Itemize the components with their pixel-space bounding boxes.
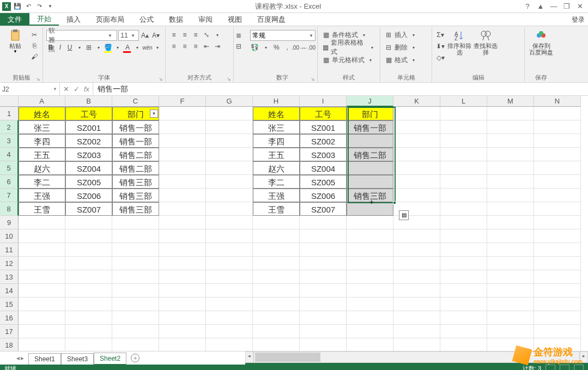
col-header-F[interactable]: F bbox=[159, 96, 206, 107]
cell-B15[interactable] bbox=[65, 298, 112, 311]
cell-G6[interactable] bbox=[206, 175, 253, 189]
cell-K18[interactable] bbox=[393, 338, 440, 351]
filter-dropdown-icon[interactable]: ▼ bbox=[150, 110, 158, 118]
increase-decimal-icon[interactable]: .00→ bbox=[293, 43, 303, 52]
cell-J18[interactable] bbox=[347, 338, 393, 351]
cell-N11[interactable] bbox=[534, 243, 581, 257]
cell-I18[interactable] bbox=[300, 338, 347, 351]
cell-M11[interactable] bbox=[487, 243, 534, 257]
cell-N9[interactable] bbox=[534, 216, 581, 229]
cell-J9[interactable] bbox=[347, 216, 393, 229]
worksheet[interactable]: ABCFGHIJKLMN1姓名工号部门▼姓名工号部门2张三SZ001销售一部张三… bbox=[0, 96, 588, 351]
cell-J3[interactable] bbox=[347, 134, 393, 148]
redo-icon[interactable]: ↷ bbox=[35, 2, 44, 11]
cell-K4[interactable] bbox=[393, 148, 440, 161]
cell-G14[interactable] bbox=[206, 284, 253, 298]
cell-B17[interactable] bbox=[65, 325, 112, 338]
cell-C15[interactable] bbox=[112, 298, 159, 311]
scroll-left-icon[interactable]: ◂ bbox=[245, 351, 253, 363]
cell-B10[interactable] bbox=[65, 229, 112, 243]
col-header-N[interactable]: N bbox=[534, 96, 581, 107]
cell-K16[interactable] bbox=[393, 311, 440, 325]
number-format-select[interactable]: 常规▼ bbox=[250, 30, 316, 41]
cell-F5[interactable] bbox=[159, 161, 206, 175]
cell-G16[interactable] bbox=[206, 311, 253, 325]
cut-icon[interactable]: ✂ bbox=[29, 30, 39, 40]
cell-N7[interactable] bbox=[534, 189, 581, 202]
cell-F8[interactable] bbox=[159, 202, 206, 216]
cell-N6[interactable] bbox=[534, 175, 581, 189]
cell-N13[interactable] bbox=[534, 270, 581, 284]
cell-C8[interactable]: 销售三部 bbox=[112, 202, 159, 216]
tab-data[interactable]: 数据 bbox=[161, 13, 191, 26]
cell-C3[interactable]: 销售一部 bbox=[112, 134, 159, 148]
cell-I6[interactable]: SZ005 bbox=[300, 175, 347, 189]
cell-A18[interactable] bbox=[19, 338, 65, 351]
cell-L9[interactable] bbox=[440, 216, 487, 229]
cell-G15[interactable] bbox=[206, 298, 253, 311]
cell-G8[interactable] bbox=[206, 202, 253, 216]
save-icon[interactable]: 💾 bbox=[13, 2, 22, 11]
row-header-15[interactable]: 15 bbox=[0, 298, 19, 311]
merge-icon[interactable]: ⊟ bbox=[234, 41, 244, 51]
cell-L15[interactable] bbox=[440, 298, 487, 311]
row-header-5[interactable]: 5 bbox=[0, 161, 19, 175]
enter-icon[interactable]: ✓ bbox=[74, 85, 80, 93]
row-header-12[interactable]: 12 bbox=[0, 257, 19, 270]
cell-I3[interactable]: SZ002 bbox=[300, 134, 347, 148]
undo-icon[interactable]: ↶ bbox=[24, 2, 33, 11]
cell-H10[interactable] bbox=[253, 229, 300, 243]
sheet-tab-3[interactable]: Sheet2 bbox=[94, 353, 126, 365]
cell-M14[interactable] bbox=[487, 284, 534, 298]
cell-L14[interactable] bbox=[440, 284, 487, 298]
row-header-14[interactable]: 14 bbox=[0, 284, 19, 298]
cell-G1[interactable] bbox=[206, 107, 253, 120]
col-header-J[interactable]: J bbox=[347, 96, 393, 107]
cell-B14[interactable] bbox=[65, 284, 112, 298]
cell-N15[interactable] bbox=[534, 298, 581, 311]
cell-J10[interactable] bbox=[347, 229, 393, 243]
col-header-C[interactable]: C bbox=[112, 96, 159, 107]
cell-M3[interactable] bbox=[487, 134, 534, 148]
cell-A14[interactable] bbox=[19, 284, 65, 298]
cell-H14[interactable] bbox=[253, 284, 300, 298]
cell-F3[interactable] bbox=[159, 134, 206, 148]
row-header-16[interactable]: 16 bbox=[0, 311, 19, 325]
cell-C18[interactable] bbox=[112, 338, 159, 351]
cell-A7[interactable]: 王强 bbox=[19, 189, 65, 202]
cell-M8[interactable] bbox=[487, 202, 534, 216]
cell-B9[interactable] bbox=[65, 216, 112, 229]
tab-formula[interactable]: 公式 bbox=[132, 13, 161, 26]
row-header-3[interactable]: 3 bbox=[0, 134, 19, 148]
cell-A9[interactable] bbox=[19, 216, 65, 229]
cell-F2[interactable] bbox=[159, 120, 206, 134]
cell-B3[interactable]: SZ002 bbox=[65, 134, 112, 148]
cell-L4[interactable] bbox=[440, 148, 487, 161]
cell-I14[interactable] bbox=[300, 284, 347, 298]
cell-L2[interactable] bbox=[440, 120, 487, 134]
cell-J2[interactable]: 销售一部 bbox=[347, 120, 393, 134]
cell-L17[interactable] bbox=[440, 325, 487, 338]
cell-B1[interactable]: 工号 bbox=[65, 107, 112, 120]
col-header-H[interactable]: H bbox=[253, 96, 300, 107]
row-header-8[interactable]: 8 bbox=[0, 202, 19, 216]
cell-H1[interactable]: 姓名 bbox=[253, 107, 300, 120]
col-header-M[interactable]: M bbox=[487, 96, 534, 107]
cell-I4[interactable]: SZ003 bbox=[300, 148, 347, 161]
cell-F15[interactable] bbox=[159, 298, 206, 311]
cell-L13[interactable] bbox=[440, 270, 487, 284]
autosum-icon[interactable]: Σ▾ bbox=[435, 30, 445, 40]
close-icon[interactable]: ✕ bbox=[574, 2, 586, 11]
cell-G3[interactable] bbox=[206, 134, 253, 148]
cell-F12[interactable] bbox=[159, 257, 206, 270]
qat-customize-icon[interactable]: ▼ bbox=[46, 2, 54, 11]
cell-K11[interactable] bbox=[393, 243, 440, 257]
fill-color-button[interactable]: 🪣 bbox=[104, 43, 113, 52]
cell-N1[interactable] bbox=[534, 107, 581, 120]
view-layout-icon[interactable] bbox=[560, 365, 569, 370]
indent-inc-icon[interactable]: ⇥ bbox=[213, 41, 222, 51]
cell-C2[interactable]: 销售一部 bbox=[112, 120, 159, 134]
cell-I11[interactable] bbox=[300, 243, 347, 257]
cell-F16[interactable] bbox=[159, 311, 206, 325]
cell-C7[interactable]: 销售三部 bbox=[112, 189, 159, 202]
